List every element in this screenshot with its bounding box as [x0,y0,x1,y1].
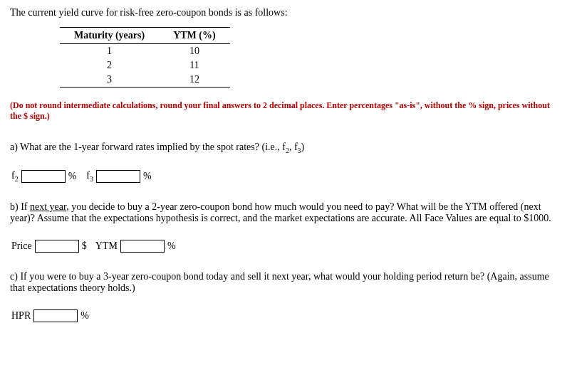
qa-suffix: ) [301,142,305,152]
question-a: a) What are the 1-year forward rates imp… [10,142,562,154]
qa-mid: , f [289,142,298,152]
percent-label: % [68,171,77,182]
table-row: 3 12 [60,73,230,88]
qb-underline: next year [30,201,66,212]
dollar-label: $ [82,240,87,252]
table-cell: 10 [159,44,230,59]
answer-c-line: HPR % [10,309,562,322]
table-row: 2 11 [60,58,230,73]
percent-label: % [80,310,89,322]
hpr-label: HPR [11,310,31,322]
percent-label: % [167,240,176,252]
warning-text: (Do not round intermediate calculations,… [10,100,562,122]
qb-text1: b) If [10,201,30,212]
price-input[interactable] [35,240,79,253]
hpr-input[interactable] [33,309,78,322]
table-header-maturity: Maturity (years) [60,28,159,44]
f3-input[interactable] [96,170,140,183]
yield-table: Maturity (years) YTM (%) 1 10 2 11 3 12 [60,27,230,88]
question-c: c) If you were to buy a 3-year zero-coup… [10,271,562,294]
table-cell: 3 [60,73,159,88]
qb-text2: , you decide to buy a 2-year zero-coupon… [10,201,551,223]
ytm-label: YTM [95,240,118,252]
answer-a-line: f2 % f3 % [10,170,562,183]
table-cell: 2 [60,58,159,73]
price-label: Price [11,240,32,252]
qa-text: a) What are the 1-year forward rates imp… [10,142,286,152]
table-header-ytm: YTM (%) [159,28,230,44]
question-b: b) If next year, you decide to buy a 2-y… [10,201,562,224]
ytm-input[interactable] [120,240,165,253]
f2-input[interactable] [21,170,66,183]
table-cell: 12 [159,73,230,88]
f2-label: f2 [11,170,19,183]
percent-label: % [143,171,152,182]
f3-label: f3 [86,170,93,183]
intro-text: The current yield curve for risk-free ze… [10,7,562,18]
table-cell: 11 [159,58,230,73]
table-cell: 1 [60,44,159,59]
answer-b-line: Price $ YTM % [10,240,562,253]
table-row: 1 10 [60,44,230,59]
